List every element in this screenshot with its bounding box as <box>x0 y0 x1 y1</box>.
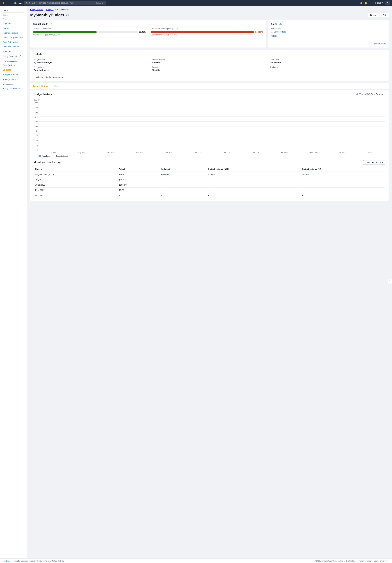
footer-copyright: © 2022, Amazon Web Services, Inc. or its… <box>315 560 355 562</box>
td-budgeted-1: - <box>159 177 206 182</box>
th-budgeted[interactable]: Budgeted <box>159 167 206 172</box>
sidebar-item-bills[interactable]: Bills <box>0 17 27 21</box>
budget-health-info-link[interactable]: Info <box>50 23 52 25</box>
sidebar-item-cost-categories[interactable]: Cost Categories <box>0 40 27 44</box>
page-info-link[interactable]: Info <box>66 14 69 16</box>
grid-icon[interactable]: ⋮⋮ <box>8 1 13 5</box>
current-metric-label: Current vs. budgeted <box>33 28 146 30</box>
td-budgeted-3: - <box>159 188 206 193</box>
table-row-1: July 2022$182.28--- <box>34 177 385 182</box>
td-variance_pct-3: - <box>301 188 385 193</box>
footer-privacy-link[interactable]: Privacy <box>358 560 364 562</box>
cards-row: Budget health Info Current vs. budgeted <box>30 20 389 48</box>
feedback-link[interactable]: Feedback <box>3 560 11 562</box>
view-in-explorer-button[interactable]: 🔗 View in AWS Cost Explorer <box>354 92 385 96</box>
tabs-bar: Budget history Alerts <box>30 83 389 89</box>
x-label-5: Jan 2022 <box>183 152 212 154</box>
monthly-table-body: August 2022 (MTD)$60.92$100.00$39.0939.0… <box>34 172 385 198</box>
td-variance_pct-0: 39.09% <box>301 172 385 177</box>
warning-icon: ⚠ <box>271 31 273 33</box>
aws-logo: ▲ <box>2 1 5 5</box>
sort-icon: ▲ <box>41 168 43 170</box>
td-variance_pct-1: - <box>301 177 385 182</box>
actions-value: - <box>271 38 386 40</box>
alerts-card: Alerts Info Thresholds ⚠ Exceeded (1) Ac… <box>268 20 389 48</box>
mail-icon[interactable]: ✉ <box>360 1 362 5</box>
monthly-table-header: Monthly costs history Download as CSV <box>34 160 385 165</box>
td-variance_pct-4: - <box>301 193 385 198</box>
chart-bars <box>39 102 385 151</box>
current-progress-bar-container <box>33 31 138 33</box>
forecasted-progress-fill <box>151 31 254 33</box>
alert-threshold: ⚠ Exceeded (1) <box>271 31 386 33</box>
search-input[interactable] <box>29 2 93 4</box>
sidebar-item-payments[interactable]: Payments <box>0 21 27 26</box>
x-label-2: Oct 2021 <box>96 152 125 154</box>
budget-type-info-link[interactable]: Info <box>47 69 50 71</box>
tab-budget-history[interactable]: Budget history <box>30 83 51 89</box>
external-link-icon-savings: ↗ <box>17 78 18 80</box>
budget-name-value: MyMonthlyBudget <box>34 61 149 64</box>
sidebar-item-budgets-reports[interactable]: Budgets Reports <box>0 72 27 77</box>
x-label-6: Feb 2022 <box>212 152 241 154</box>
td-date-0: August 2022 (MTD) <box>34 172 117 177</box>
delete-button[interactable]: Delete <box>368 13 379 17</box>
th-variance-pct[interactable]: Budget variance (%) <box>301 167 385 172</box>
sidebar-item-home[interactable]: Home <box>0 8 27 13</box>
alert-actions: Actions - <box>271 35 386 40</box>
end-date-item: End date - <box>270 66 385 71</box>
sidebar-item-purchase-orders[interactable]: Purchase orders <box>0 31 27 35</box>
breadcrumb-budgets[interactable]: Budgets <box>46 9 53 11</box>
chart-x-axis: Aug 2021Sep 2021Oct 2021Nov 2021Dec 2021… <box>34 152 385 154</box>
services-button[interactable]: Services <box>14 2 23 4</box>
th-date[interactable]: Date ▲ <box>34 167 117 172</box>
legend-actual-color <box>38 155 41 157</box>
th-actual[interactable]: Actual <box>117 167 159 172</box>
view-all-alerts-link[interactable]: View all alerts <box>271 42 386 45</box>
external-link-icon-explorer: 🔗 <box>356 93 358 95</box>
sidebar-item-savings-plans[interactable]: Savings Plans ↗ <box>0 77 27 82</box>
td-budgeted-2: - <box>159 182 206 188</box>
sidebar-item-cost-allocation-tags[interactable]: Cost allocation tags <box>0 44 27 49</box>
alerts-info-link[interactable]: Info <box>279 23 282 25</box>
tab-alerts[interactable]: Alerts <box>51 83 63 89</box>
account-button[interactable]: ▼ <box>385 1 390 5</box>
side-info-button[interactable]: ⓘ <box>388 279 392 284</box>
edit-button[interactable]: Edit <box>380 13 389 17</box>
td-variance_pct-2: - <box>301 182 385 188</box>
sidebar-item-billing-preferences[interactable]: Billing preferences <box>0 86 27 91</box>
history-section: Budget history 🔗 View in AWS Cost Explor… <box>30 89 389 201</box>
bell-icon[interactable]: 🔔 <box>364 1 367 5</box>
breadcrumb-billing-console[interactable]: Billing Console <box>30 9 43 11</box>
th-variance-usd[interactable]: Budget variance (USD) <box>206 167 301 172</box>
tabs-section: Budget history Alerts Budget history 🔗 V… <box>30 83 389 201</box>
x-label-7: Mar 2022 <box>241 152 270 154</box>
help-icon[interactable]: ❓ <box>370 1 373 5</box>
sidebar-item-budgets[interactable]: Budgets <box>0 68 27 72</box>
forecasted-strong: $143.31 <box>163 34 169 36</box>
table-row-2: June 2022$105.90--- <box>34 182 385 188</box>
sidebar-item-billing-conductor[interactable]: Billing Conductor ↗ <box>0 54 27 59</box>
table-header-row: Date ▲ Actual Budgeted Budget variance (… <box>34 167 385 172</box>
download-csv-button[interactable]: Download as CSV <box>363 160 385 165</box>
budget-amount-value: $100.00 <box>152 61 267 64</box>
sidebar-item-free-tier[interactable]: Free Tier <box>0 49 27 54</box>
sidebar-item-cost-explorer[interactable]: Cost Explorer <box>0 63 27 68</box>
td-variance_usd-0: $39.09 <box>206 172 301 177</box>
footer-cookie-link[interactable]: Cookie preferences <box>374 560 389 562</box>
forecasted-label: Forecasted vs budgeted (MTD) <box>151 28 263 30</box>
monthly-table-title: Monthly costs history <box>34 161 61 164</box>
footer-terms-link[interactable]: Terms <box>366 560 371 562</box>
td-variance_usd-1: - <box>206 177 301 182</box>
sidebar-item-cost-usage-reports[interactable]: Cost & Usage Reports <box>0 35 27 40</box>
td-variance_usd-3: - <box>206 188 301 193</box>
global-button[interactable]: Global ▼ <box>375 2 383 4</box>
top-nav-right: ✉ 🔔 ❓ Global ▼ ▼ <box>360 1 390 5</box>
additional-params[interactable]: ► Additional budget parameters <box>34 74 385 78</box>
main-layout: Home Billing Bills Payments Credits Purc… <box>0 6 392 563</box>
breadcrumb-current: Budget details <box>57 9 69 11</box>
search-bar: 🔍 [Option+S] <box>24 1 106 5</box>
exceeded-link[interactable]: Exceeded (1) <box>274 31 286 33</box>
monthly-table-section: Monthly costs history Download as CSV Da… <box>34 160 385 198</box>
sidebar-item-credits[interactable]: Credits <box>0 26 27 31</box>
